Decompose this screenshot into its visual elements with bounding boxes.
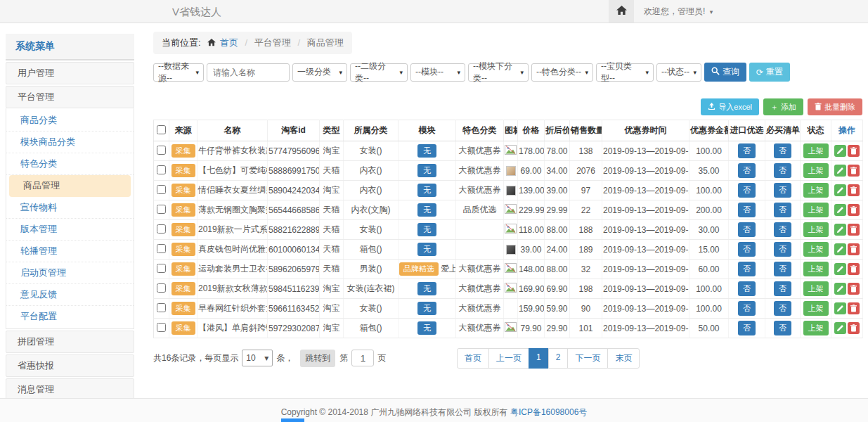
edit-button[interactable]: [834, 322, 846, 334]
pager-item-上一页[interactable]: 上一页: [488, 348, 529, 369]
sidebar-item-promo-material[interactable]: 宣传物料: [6, 197, 134, 219]
import-optional-toggle[interactable]: 否: [738, 262, 756, 276]
sidebar-item-module-goods-category[interactable]: 模块商品分类: [6, 132, 134, 153]
delete-button[interactable]: [848, 184, 860, 196]
edit-button[interactable]: [834, 165, 846, 177]
sidebar-item-feature-category[interactable]: 特色分类: [6, 153, 134, 175]
sidebar-group-platform-management[interactable]: 平台管理: [6, 86, 134, 108]
pager-item-首页[interactable]: 首页: [457, 348, 489, 369]
pager-item-1[interactable]: 1: [529, 348, 549, 369]
pager-item-2[interactable]: 2: [548, 348, 569, 369]
status-toggle[interactable]: 上架: [803, 222, 829, 237]
import-optional-toggle[interactable]: 否: [738, 163, 756, 178]
status-filter[interactable]: --状态--▾: [656, 63, 701, 82]
import-optional-toggle[interactable]: 否: [738, 242, 756, 257]
category2-filter[interactable]: --二级分类--▾: [350, 63, 408, 82]
must-buy-toggle[interactable]: 否: [774, 301, 791, 316]
row-checkbox[interactable]: [157, 185, 166, 194]
item-type-filter[interactable]: --宝贝类型--▾: [596, 63, 654, 82]
status-toggle[interactable]: 上架: [803, 242, 829, 257]
query-button[interactable]: 查询: [704, 63, 746, 82]
row-checkbox[interactable]: [157, 303, 166, 312]
sidebar-group-group-buy-management[interactable]: 拼团管理: [6, 331, 134, 353]
must-buy-toggle[interactable]: 否: [774, 143, 791, 158]
must-buy-toggle[interactable]: 否: [774, 203, 791, 217]
import-optional-toggle[interactable]: 否: [738, 281, 756, 296]
breadcrumb-home-link[interactable]: 首页: [220, 37, 238, 48]
edit-button[interactable]: [834, 302, 846, 314]
sidebar-item-splash-page-management[interactable]: 启动页管理: [6, 262, 134, 284]
must-buy-toggle[interactable]: 否: [774, 163, 791, 178]
row-checkbox[interactable]: [157, 146, 166, 155]
sidebar-item-feedback[interactable]: 意见反馈: [6, 284, 134, 306]
status-toggle[interactable]: 上架: [803, 203, 829, 217]
sidebar-item-goods-category[interactable]: 商品分类: [6, 110, 134, 132]
category1-filter[interactable]: 一级分类▾: [292, 63, 347, 82]
import-optional-toggle[interactable]: 否: [738, 222, 756, 237]
delete-button[interactable]: [848, 283, 860, 295]
delete-button[interactable]: [848, 302, 860, 314]
home-button[interactable]: [609, 0, 634, 23]
status-toggle[interactable]: 上架: [803, 281, 829, 296]
feature-filter[interactable]: --特色分类--▾: [531, 63, 593, 82]
source-filter[interactable]: --数据来源--▾: [153, 63, 204, 82]
jump-button[interactable]: 跳转到: [300, 350, 335, 367]
delete-button[interactable]: [848, 224, 860, 236]
import-optional-toggle[interactable]: 否: [738, 321, 756, 335]
sidebar-group-saving-news[interactable]: 省惠快报: [6, 354, 134, 377]
batch-delete-button[interactable]: 批量删除: [808, 98, 862, 115]
import-excel-button[interactable]: 导入excel: [701, 98, 759, 115]
must-buy-toggle[interactable]: 否: [774, 242, 791, 257]
sidebar-item-platform-config[interactable]: 平台配置: [6, 306, 134, 327]
pager-item-下一页[interactable]: 下一页: [567, 348, 608, 369]
edit-button[interactable]: [834, 224, 846, 236]
status-toggle[interactable]: 上架: [803, 163, 829, 178]
per-page-select[interactable]: 10 ▾: [242, 350, 273, 366]
name-search-input[interactable]: [207, 63, 290, 82]
edit-button[interactable]: [834, 204, 846, 216]
module-sub-filter[interactable]: --模块下分类--▾: [468, 63, 529, 82]
add-button[interactable]: ＋ 添加: [763, 98, 803, 115]
import-optional-toggle[interactable]: 否: [738, 301, 756, 316]
must-buy-toggle[interactable]: 否: [774, 222, 791, 237]
delete-button[interactable]: [848, 263, 860, 275]
row-checkbox[interactable]: [157, 323, 166, 332]
row-checkbox[interactable]: [157, 244, 166, 253]
delete-button[interactable]: [848, 145, 860, 157]
status-toggle[interactable]: 上架: [803, 262, 829, 276]
must-buy-toggle[interactable]: 否: [774, 321, 791, 335]
user-menu[interactable]: 欢迎您，管理员! ▾: [644, 0, 713, 24]
sidebar-item-carousel-management[interactable]: 轮播管理: [6, 241, 134, 262]
row-checkbox[interactable]: [157, 205, 166, 214]
sidebar-item-version-management[interactable]: 版本管理: [6, 219, 134, 241]
pager-item-末页[interactable]: 末页: [607, 348, 640, 369]
edit-button[interactable]: [834, 145, 846, 157]
status-toggle[interactable]: 上架: [803, 301, 829, 316]
status-toggle[interactable]: 上架: [803, 183, 829, 198]
edit-button[interactable]: [834, 184, 846, 196]
delete-button[interactable]: [848, 204, 860, 216]
status-toggle[interactable]: 上架: [803, 321, 829, 335]
jump-page-input[interactable]: [351, 350, 374, 366]
import-optional-toggle[interactable]: 否: [738, 143, 756, 158]
row-checkbox[interactable]: [157, 224, 166, 234]
delete-button[interactable]: [848, 322, 860, 334]
row-checkbox[interactable]: [157, 264, 166, 273]
module-filter[interactable]: --模块--▾: [410, 63, 465, 82]
row-checkbox[interactable]: [157, 165, 166, 174]
must-buy-toggle[interactable]: 否: [774, 281, 791, 296]
reset-button[interactable]: ⟳ 重置: [749, 63, 790, 82]
edit-button[interactable]: [834, 263, 846, 275]
edit-button[interactable]: [834, 243, 846, 255]
sidebar-group-user-management[interactable]: 用户管理: [6, 62, 134, 84]
delete-button[interactable]: [848, 243, 860, 255]
must-buy-toggle[interactable]: 否: [774, 262, 791, 276]
select-all-checkbox[interactable]: [157, 125, 166, 134]
delete-button[interactable]: [848, 165, 860, 177]
must-buy-toggle[interactable]: 否: [774, 183, 791, 198]
row-checkbox[interactable]: [157, 283, 166, 293]
sidebar-item-goods-management[interactable]: 商品管理: [9, 175, 131, 197]
import-optional-toggle[interactable]: 否: [738, 203, 756, 217]
icp-link[interactable]: 粤ICP备16098006号: [510, 407, 587, 417]
import-optional-toggle[interactable]: 否: [738, 183, 756, 198]
